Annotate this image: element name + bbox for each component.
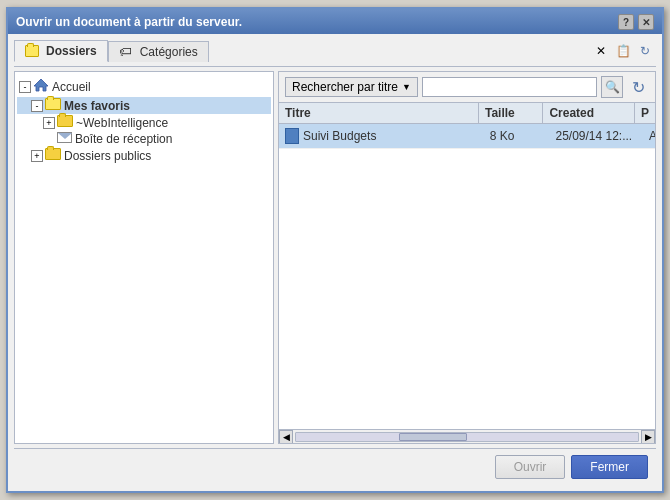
search-dropdown-label: Rechercher par titre	[292, 80, 398, 94]
mes-favoris-folder-icon	[45, 98, 61, 113]
delete-icon-btn[interactable]: ✕	[590, 40, 612, 62]
mes-favoris-label: Mes favoris	[64, 99, 130, 113]
list-cell-p: A	[643, 127, 655, 145]
home-icon	[33, 77, 49, 96]
list-cell-titre: Suivi Budgets	[279, 126, 484, 146]
title-bar: Ouvrir un document à partir du serveur. …	[8, 10, 662, 34]
header-titre[interactable]: Titre	[279, 103, 479, 123]
search-bar: Rechercher par titre ▼ 🔍 ↻	[279, 72, 655, 103]
categories-tab-icon: 🏷	[119, 45, 133, 59]
search-refresh-icon: ↻	[632, 78, 645, 97]
delete-icon: ✕	[596, 44, 606, 58]
toolbar-refresh-btn[interactable]: ↻	[634, 40, 656, 62]
toolbar-refresh-icon: ↻	[640, 44, 650, 58]
scroll-thumb[interactable]	[399, 433, 467, 441]
tree-item-mes-favoris[interactable]: - Mes favoris	[17, 97, 271, 114]
tab-toolbar: Dossiers 🏷 Catégories ✕ 📋 ↻	[14, 40, 656, 67]
scroll-track[interactable]	[295, 432, 639, 442]
expand-webintelligence[interactable]: +	[43, 117, 55, 129]
tab-dossiers-label: Dossiers	[46, 44, 97, 58]
search-input[interactable]	[422, 77, 597, 97]
open-button[interactable]: Ouvrir	[495, 455, 566, 479]
title-bar-controls: ? ✕	[618, 14, 654, 30]
tab-categories-label: Catégories	[140, 45, 198, 59]
dossiers-publics-folder-icon	[45, 148, 61, 163]
document-icon	[285, 128, 299, 144]
search-refresh-button[interactable]: ↻	[627, 76, 649, 98]
svg-marker-0	[34, 79, 48, 91]
header-created[interactable]: Created	[543, 103, 635, 123]
accueil-label: Accueil	[52, 80, 91, 94]
chevron-down-icon: ▼	[402, 82, 411, 92]
list-body[interactable]: Suivi Budgets 8 Ko 25/09/14 12:... A	[279, 124, 655, 429]
help-button[interactable]: ?	[618, 14, 634, 30]
close-button[interactable]: Fermer	[571, 455, 648, 479]
webintelligence-label: ~WebIntelligence	[76, 116, 168, 130]
header-p[interactable]: P	[635, 103, 655, 123]
search-type-dropdown[interactable]: Rechercher par titre ▼	[285, 77, 418, 97]
list-header: Titre Taille Created P	[279, 103, 655, 124]
search-button[interactable]: 🔍	[601, 76, 623, 98]
dialog-title: Ouvrir un document à partir du serveur.	[16, 15, 242, 29]
horizontal-scrollbar[interactable]: ◀ ▶	[279, 429, 655, 443]
main-content: - Accueil - Mes favoris	[14, 71, 656, 444]
envelope-icon	[57, 132, 72, 146]
expand-accueil[interactable]: -	[19, 81, 31, 93]
search-magnifier-icon: 🔍	[605, 80, 620, 94]
bottom-row: Ouvrir Fermer	[14, 448, 656, 485]
tree-item-dossiers-publics[interactable]: + Dossiers publics	[17, 147, 271, 164]
list-cell-taille: 8 Ko	[484, 127, 550, 145]
expand-mes-favoris[interactable]: -	[31, 100, 43, 112]
new-doc-icon-btn[interactable]: 📋	[612, 40, 634, 62]
scroll-left-arrow[interactable]: ◀	[279, 430, 293, 444]
tab-dossiers[interactable]: Dossiers	[14, 40, 108, 62]
header-taille[interactable]: Taille	[479, 103, 543, 123]
boite-reception-label: Boîte de réception	[75, 132, 172, 146]
expand-dossiers-publics[interactable]: +	[31, 150, 43, 162]
tree-item-webintelligence[interactable]: + ~WebIntelligence	[17, 114, 271, 131]
scroll-right-arrow[interactable]: ▶	[641, 430, 655, 444]
list-panel: Rechercher par titre ▼ 🔍 ↻ Titre Taille	[278, 71, 656, 444]
folder-tab-icon	[25, 44, 39, 58]
tree-item-boite-reception[interactable]: Boîte de réception	[17, 131, 271, 147]
list-cell-created: 25/09/14 12:...	[549, 127, 643, 145]
list-item[interactable]: Suivi Budgets 8 Ko 25/09/14 12:... A	[279, 124, 655, 149]
webintelligence-folder-icon	[57, 115, 73, 130]
dialog-body: Dossiers 🏷 Catégories ✕ 📋 ↻	[8, 34, 662, 491]
tree-item-accueil[interactable]: - Accueil	[17, 76, 271, 97]
dialog: Ouvrir un document à partir du serveur. …	[6, 7, 664, 493]
tree-panel[interactable]: - Accueil - Mes favoris	[14, 71, 274, 444]
dossiers-publics-label: Dossiers publics	[64, 149, 151, 163]
new-doc-icon: 📋	[616, 44, 631, 58]
tab-categories[interactable]: 🏷 Catégories	[108, 41, 209, 62]
close-button[interactable]: ✕	[638, 14, 654, 30]
